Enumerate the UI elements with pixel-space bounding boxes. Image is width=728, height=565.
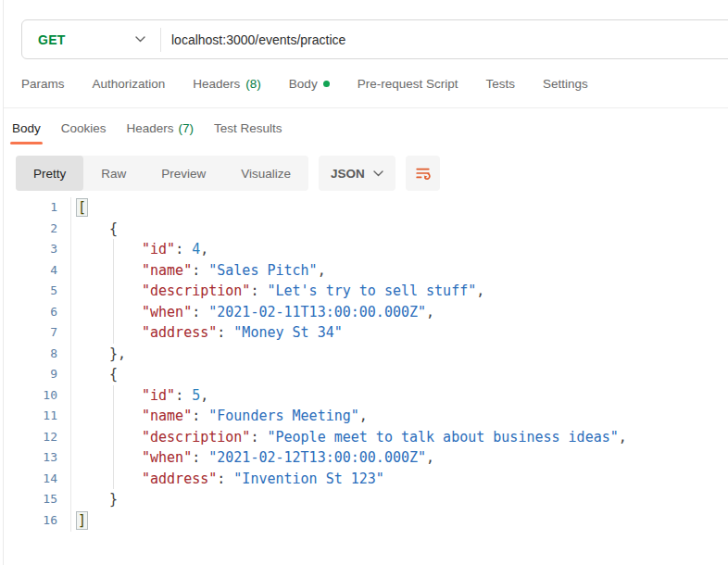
matched-bracket: ] <box>77 512 87 529</box>
token: "Sales Pitch" <box>208 262 317 279</box>
response-tab-body[interactable]: Body <box>12 109 41 146</box>
token: 5 <box>192 387 200 404</box>
response-tab-headers[interactable]: Headers(7) <box>127 109 195 146</box>
method-dropdown[interactable]: GET <box>22 20 160 58</box>
request-tab-tests[interactable]: Tests <box>485 77 515 91</box>
token: "when" <box>142 304 192 320</box>
response-tab-cookies[interactable]: Cookies <box>61 109 107 146</box>
chevron-down-icon <box>135 36 145 43</box>
token: "Founders Meeting" <box>208 408 359 424</box>
code-line-text: { <box>57 364 118 385</box>
request-tab-label: Settings <box>543 77 588 91</box>
line-number: 8 <box>4 344 57 365</box>
response-body-editor[interactable]: 1[2{3"id": 4,4"name": "Sales Pitch",5"de… <box>4 197 728 565</box>
tab-count-badge: (7) <box>179 121 195 135</box>
request-tab-label: Params <box>21 77 65 91</box>
token: "People meet to talk about business idea… <box>267 429 618 446</box>
code-line-text: ] <box>57 510 87 532</box>
format-select[interactable]: JSON <box>319 156 395 191</box>
request-tab-label: Headers <box>193 77 240 91</box>
token: { <box>109 366 118 383</box>
code-line-text: "id": 4, <box>57 239 208 260</box>
code-line: 8}, <box>4 344 728 365</box>
code-line-text: { <box>57 219 118 240</box>
line-number: 3 <box>4 239 57 260</box>
wrap-lines-button[interactable] <box>406 156 440 191</box>
response-tab-label: Cookies <box>61 121 107 135</box>
view-mode-preview[interactable]: Preview <box>144 156 223 191</box>
code-line-text: }, <box>57 344 126 365</box>
code-line-text: "address": "Money St 34" <box>57 322 343 344</box>
token: , <box>200 387 208 404</box>
line-number: 14 <box>4 469 57 490</box>
token: "Money St 34" <box>233 324 342 341</box>
request-tab-label: Tests <box>485 77 515 91</box>
response-tab-test-results[interactable]: Test Results <box>214 109 282 146</box>
token: : <box>217 471 233 487</box>
wrap-lines-icon <box>414 165 432 182</box>
token: "when" <box>142 449 192 466</box>
code-line-text: "description": "People meet to talk abou… <box>57 427 627 448</box>
format-select-value: JSON <box>331 167 365 181</box>
line-number: 5 <box>4 281 57 302</box>
request-tab-label: Body <box>289 77 318 91</box>
request-tab-label: Authorization <box>93 77 166 91</box>
code-line-text: "name": "Sales Pitch", <box>57 260 326 282</box>
indent-guide <box>113 385 114 490</box>
token: "address" <box>142 471 217 487</box>
line-number: 16 <box>4 510 57 532</box>
request-tab-pre-request-script[interactable]: Pre-request Script <box>358 77 458 91</box>
code-line-text: "address": "Invention St 123" <box>57 469 384 490</box>
line-number: 4 <box>4 260 57 282</box>
token: , <box>426 304 434 320</box>
line-number: 7 <box>4 322 57 344</box>
token: : <box>192 304 208 320</box>
code-line-text: "when": "2021-02-11T13:00:00.000Z", <box>57 302 434 323</box>
line-number: 13 <box>4 447 57 469</box>
token: , <box>476 282 484 299</box>
token: : <box>175 387 192 404</box>
view-mode-raw[interactable]: Raw <box>83 156 144 191</box>
view-mode-segments: PrettyRawPreviewVisualize <box>16 156 308 191</box>
token: : <box>192 408 208 424</box>
line-number: 1 <box>4 197 57 219</box>
tab-count-badge: (8) <box>245 77 261 91</box>
request-tab-label: Pre-request Script <box>358 77 458 91</box>
indent-guide <box>113 239 114 344</box>
view-mode-visualize[interactable]: Visualize <box>223 156 308 191</box>
request-tab-authorization[interactable]: Authorization <box>93 77 166 91</box>
request-tab-body[interactable]: Body <box>289 77 330 91</box>
response-tab-label: Headers <box>127 121 174 135</box>
token: , <box>619 429 627 446</box>
token: "2021-02-11T13:00:00.000Z" <box>208 304 426 320</box>
code-line: 15} <box>4 489 728 510</box>
url-input[interactable]: localhost:3000/events/practice <box>161 32 345 47</box>
code-line-text: "description": "Let's try to sell stuff"… <box>57 281 484 302</box>
token: "description" <box>142 282 250 299</box>
response-tabs-bar: BodyCookiesHeaders(7)Test Results <box>12 109 282 146</box>
code-line-text: } <box>57 489 118 510</box>
line-number: 9 <box>4 364 57 385</box>
response-view-bar: PrettyRawPreviewVisualize JSON <box>16 156 440 191</box>
request-tab-params[interactable]: Params <box>21 77 65 91</box>
request-url-bar: GET localhost:3000/events/practice <box>21 19 728 59</box>
request-tab-settings[interactable]: Settings <box>543 77 588 91</box>
view-mode-pretty[interactable]: Pretty <box>16 156 83 191</box>
token: } <box>109 491 118 508</box>
code-line-text: "when": "2021-02-12T13:00:00.000Z", <box>57 447 434 469</box>
request-tab-headers[interactable]: Headers(8) <box>193 77 261 91</box>
token: , <box>318 262 326 279</box>
token: "Let's try to sell stuff" <box>267 282 476 299</box>
token: "name" <box>142 262 192 279</box>
method-label: GET <box>38 32 66 47</box>
response-tab-label: Body <box>12 121 41 135</box>
token: "Invention St 123" <box>233 471 384 487</box>
line-number: 11 <box>4 406 57 427</box>
code-line-text: "id": 5, <box>57 385 208 407</box>
token: "name" <box>142 408 192 424</box>
token: : <box>192 449 208 466</box>
token: 4 <box>192 241 200 257</box>
token: , <box>359 408 368 424</box>
line-number: 10 <box>4 385 57 407</box>
matched-bracket: [ <box>77 199 87 216</box>
